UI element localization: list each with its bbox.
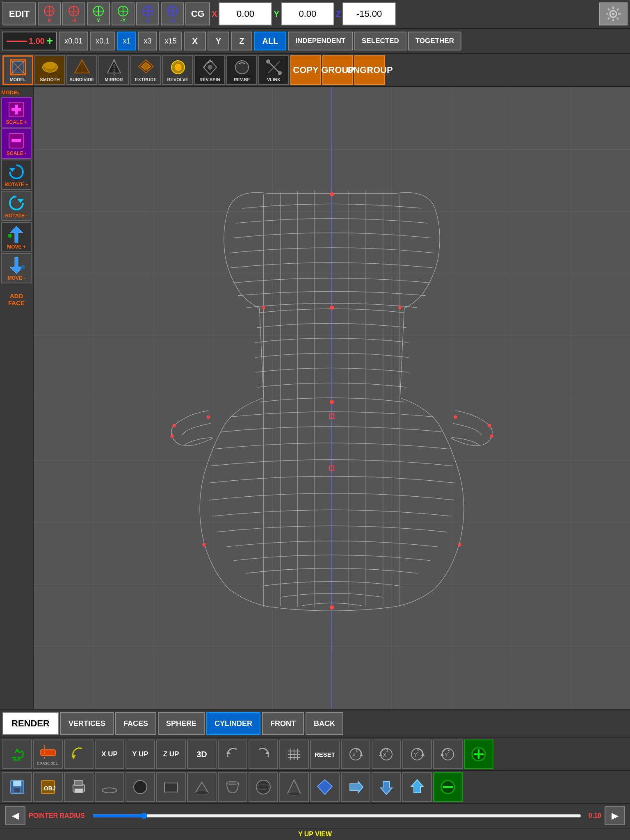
undo-button[interactable] [218, 740, 247, 769]
faces-button[interactable]: FACES [115, 712, 156, 735]
axis-y-neg-button[interactable]: -Y [112, 2, 135, 25]
svg-point-120 [227, 781, 238, 785]
mult-x1-button[interactable]: x1 [117, 32, 136, 50]
mult-x15-button[interactable]: x15 [159, 32, 182, 50]
svg-rect-51 [15, 105, 18, 114]
axis-filter-z-button[interactable]: Z [231, 32, 252, 50]
viewport[interactable]: .mesh-line { stroke: #aaa; stroke-width:… [34, 87, 630, 709]
settings-button[interactable] [599, 2, 628, 25]
svg-marker-54 [9, 168, 16, 172]
y-coord-input[interactable] [281, 2, 334, 25]
3d-button[interactable]: 3D [187, 740, 217, 769]
tool-model[interactable]: MODEL [2, 55, 33, 85]
half-cyl-button[interactable] [218, 772, 247, 802]
svg-rect-31 [12, 62, 24, 73]
rot-y-cw-button[interactable]: Yy [402, 740, 432, 769]
mode-together-button[interactable]: TOGETHER [408, 32, 461, 50]
rot-z-ccw-button[interactable]: Xz [372, 740, 401, 769]
svg-point-61 [330, 192, 334, 196]
mult-x3-button[interactable]: x3 [138, 32, 157, 50]
svg-point-116 [134, 781, 147, 794]
flat-shape-button[interactable] [95, 772, 124, 802]
axis-x-neg-button[interactable]: -X [62, 2, 85, 25]
pointer-radius-slider[interactable] [92, 810, 581, 822]
scale-plus-button[interactable]: + [46, 34, 53, 48]
scale-minus-button[interactable]: SCALE - [1, 128, 32, 159]
svg-point-65 [398, 306, 402, 309]
square-shape-button[interactable] [156, 772, 186, 802]
undo-arrow-button[interactable] [64, 740, 94, 769]
arrow-down-button[interactable] [372, 772, 401, 802]
cone-shape-button[interactable] [279, 772, 309, 802]
tool-revolve[interactable]: REVOLVE [162, 55, 193, 85]
sphere-shape-button[interactable] [249, 772, 278, 802]
tool-copy[interactable]: COPY [290, 55, 321, 85]
render-button[interactable]: RENDER [2, 712, 59, 735]
move-minus-button[interactable]: MOVE - [1, 253, 32, 283]
front-button[interactable]: FRONT [262, 712, 304, 735]
mult-x01-button[interactable]: x0.1 [90, 32, 115, 50]
axis-filter-all-button[interactable]: ALL [254, 32, 286, 50]
tool-smooth[interactable]: SMOOTH [34, 55, 65, 85]
tool-ungroup[interactable]: UNGROUP [354, 55, 385, 85]
reset-button[interactable]: RESET [310, 740, 340, 769]
svg-point-70 [170, 434, 173, 438]
svg-text:Y: Y [445, 752, 448, 758]
wedge-shape-button[interactable] [187, 772, 217, 802]
save-button[interactable] [2, 772, 32, 802]
axis-x-pos-button[interactable]: X [38, 2, 61, 25]
axis-filter-x-button[interactable]: X [184, 32, 205, 50]
tool-mirror[interactable]: MIRROR [98, 55, 129, 85]
scale-plus-button[interactable]: SCALE + [1, 97, 32, 128]
svg-point-73 [458, 543, 461, 546]
add-face-button[interactable]: ADD FACE [1, 284, 32, 315]
move-plus-button[interactable]: MOVE + [1, 222, 32, 252]
tool-vlink[interactable]: VLINK [258, 55, 289, 85]
mult-x001-button[interactable]: x0.01 [59, 32, 88, 50]
mode-independent-button[interactable]: INDEPENDENT [288, 32, 353, 50]
add-plus-button[interactable] [464, 740, 493, 769]
svg-point-124 [288, 792, 301, 795]
svg-point-72 [202, 543, 205, 546]
tool-revbf[interactable]: REV.BF [226, 55, 257, 85]
svg-rect-114 [75, 789, 83, 793]
edit-button[interactable]: EDIT [2, 2, 36, 25]
sphere-button[interactable]: SPHERE [158, 712, 205, 735]
recycle-button[interactable] [2, 740, 32, 769]
redo-button[interactable] [249, 740, 278, 769]
cylinder-button[interactable]: CYLINDER [206, 712, 260, 735]
back-button[interactable]: BACK [306, 712, 343, 735]
cg-button[interactable]: CG [185, 2, 210, 25]
remove-minus-button[interactable] [433, 772, 463, 802]
axis-filter-y-button[interactable]: Y [208, 32, 229, 50]
obj-export-button[interactable]: .OBJ [33, 772, 63, 802]
x-coord-input[interactable] [219, 2, 272, 25]
y-up-button[interactable]: Y UP [126, 740, 155, 769]
bottom-tools-row2: .OBJ [0, 770, 630, 803]
tool-subdivide[interactable]: SUBDIVIDE [66, 55, 97, 85]
arrow-up-button[interactable] [402, 772, 432, 802]
mode-selected-button[interactable]: SELECTED [354, 32, 406, 50]
rotate-minus-button[interactable]: ROTATE - [1, 191, 32, 221]
pointer-row: ◀ POINTER RADIUS 0.10 ▶ [0, 803, 630, 828]
rotate-plus-button[interactable]: ROTATE + [1, 160, 32, 190]
axis-z-neg-button[interactable]: -Z [161, 2, 184, 25]
erase-sel-button[interactable]: ERASE SEL. [33, 740, 63, 769]
axis-y-pos-button[interactable]: Y [87, 2, 110, 25]
grid-move-button[interactable] [279, 740, 309, 769]
rot-z-cw-button[interactable]: Xz [341, 740, 370, 769]
nav-left-button[interactable]: ◀ [5, 806, 25, 825]
axis-z-pos-button[interactable]: Z [136, 2, 159, 25]
tool-extrude[interactable]: EXTRUDE [130, 55, 161, 85]
rot-y-ccw-button[interactable]: Yy [433, 740, 463, 769]
x-up-button[interactable]: X UP [95, 740, 124, 769]
arrow-right-button[interactable] [341, 772, 370, 802]
tool-revspin[interactable]: REV.SPIN [194, 55, 225, 85]
circle-shape-button[interactable] [126, 772, 155, 802]
z-coord-input[interactable] [342, 2, 396, 25]
nav-right-button[interactable]: ▶ [605, 806, 625, 825]
print-button[interactable] [64, 772, 94, 802]
diamond-shape-button[interactable] [310, 772, 340, 802]
z-up-button[interactable]: Z UP [156, 740, 186, 769]
vertices-button[interactable]: VERTICES [60, 712, 114, 735]
